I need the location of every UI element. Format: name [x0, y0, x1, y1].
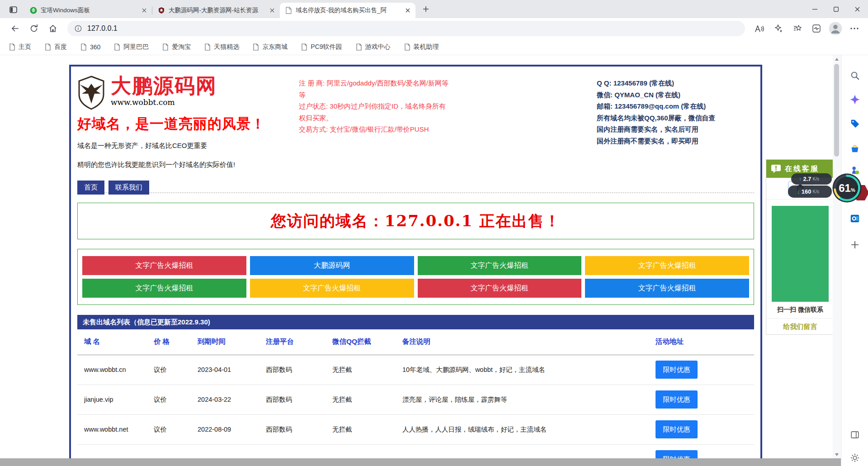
ad-slot-3[interactable]: 文字广告火爆招租: [418, 256, 582, 275]
upload-speed-pill[interactable]: ↑ 2.7 K/s: [791, 173, 832, 185]
vertical-scrollbar[interactable]: [833, 55, 840, 458]
browser-essentials-button[interactable]: [808, 21, 825, 36]
contact-note-2: 国内注册商需要实名，实名后可用: [597, 124, 754, 135]
download-speed-unit: K/s: [813, 189, 819, 194]
sidebar-panel-button[interactable]: [849, 429, 860, 440]
tab-actions-button[interactable]: [6, 3, 20, 16]
page-icon: [404, 43, 410, 51]
price-tag-icon: [850, 119, 860, 128]
scrollbar-thumb[interactable]: [834, 64, 839, 157]
contact-qq: Q Q: 123456789 (常在线): [597, 77, 754, 89]
percent-readout: 61 %: [832, 173, 862, 203]
ad-slot-2[interactable]: 大鹏源码网: [250, 256, 414, 275]
back-button[interactable]: [7, 21, 23, 36]
bookmark-item[interactable]: 主页: [9, 43, 31, 51]
read-aloud-button[interactable]: [751, 21, 768, 36]
limited-offer-button[interactable]: 限时优惠: [656, 420, 698, 438]
minimize-button[interactable]: [804, 0, 826, 18]
memory-usage-ring[interactable]: 61 %: [832, 173, 862, 203]
col-price: 价 格: [154, 329, 198, 355]
tab-baota-panel[interactable]: 宝塔Windows面板: [24, 3, 152, 18]
tab-domain-parking-active[interactable]: 域名停放页-我的域名购买出售_阿: [280, 3, 415, 18]
tab-bar: 宝塔Windows面板 大鹏源码网-大鹏资源网-站长资源 域名停放页-我的域名购…: [0, 0, 868, 18]
ad-slot-6[interactable]: 文字广告火爆招租: [250, 279, 414, 298]
site-info-icon[interactable]: [75, 25, 82, 32]
sidebar-outlook-button[interactable]: [849, 213, 860, 224]
sidebar-add-button[interactable]: [849, 239, 860, 250]
registrar-line: 注 册 商: 阿里云/godaddy/西部数码/爱名网/新网等等: [299, 77, 452, 100]
table-row: jianjue.vip 议价 2024-03-22 西部数码 无拦截 漂亮屋，评…: [77, 385, 754, 414]
bookmark-item[interactable]: 游戏中心: [356, 43, 391, 51]
bookmark-item[interactable]: 阿里巴巴: [114, 43, 149, 51]
contact-note-3: 国外注册商不需要实名，即买即用: [597, 135, 754, 147]
nav-home-button[interactable]: 首页: [77, 181, 104, 195]
sidebar-shopping-button[interactable]: [849, 143, 860, 154]
maximize-icon: [834, 7, 839, 12]
favorites-button[interactable]: [789, 21, 806, 36]
shopping-bag-icon: [850, 144, 860, 154]
transfer-line: 过户状态: 30秒内过户到你指定ID，域名终身所有权归买家。: [299, 100, 452, 124]
star-icon: [793, 24, 802, 33]
page-icon: [356, 43, 362, 51]
main-nav: 首页 联系我们: [77, 181, 290, 195]
ad-slot-1[interactable]: 文字广告火爆招租: [82, 256, 246, 275]
url-text[interactable]: 127.0.0.1: [87, 24, 118, 33]
ad-slot-4[interactable]: 文字广告火爆招租: [585, 256, 749, 275]
scroll-up-button[interactable]: [833, 55, 840, 63]
heart-pulse-icon: [812, 24, 821, 33]
tab-close-button[interactable]: [140, 6, 148, 14]
close-icon: [142, 8, 146, 13]
wechat-qr-placeholder: [772, 206, 829, 302]
bookmark-item[interactable]: 360: [80, 43, 100, 51]
tab-close-button[interactable]: [268, 6, 276, 14]
cell-price: 议价: [154, 385, 198, 414]
site-url: www.wobbt.com: [111, 98, 217, 107]
bookmark-item[interactable]: 爱淘宝: [162, 43, 191, 51]
bookmark-item[interactable]: 京东商城: [253, 43, 288, 51]
ad-slot-7[interactable]: 文字广告火爆招租: [418, 279, 582, 298]
table-row: www.wobbt.cn 议价 2023-04-01 西部数码 无拦截 10年老…: [77, 355, 754, 385]
percent-value: 61: [839, 182, 851, 195]
profile-button[interactable]: [827, 21, 844, 36]
sidebar-copilot-button[interactable]: [849, 94, 860, 105]
home-button[interactable]: [45, 21, 61, 36]
bookmark-item[interactable]: 装机助理: [404, 43, 439, 51]
refresh-button[interactable]: [26, 21, 42, 36]
tab-close-button[interactable]: [404, 6, 412, 14]
translate-button[interactable]: [770, 21, 787, 36]
cell-note: 10年老域、大鹏源码网、wobbt，好记，主流域名: [402, 355, 656, 385]
address-bar[interactable]: 127.0.0.1: [67, 21, 745, 36]
sidebar-search-button[interactable]: [849, 70, 860, 81]
bookmark-item[interactable]: 百度: [45, 43, 67, 51]
table-row: www.wobbt.net 议价 2022-08-09 西部数码 无拦截 人人热…: [77, 414, 754, 444]
nav-contact-button[interactable]: 联系我们: [108, 181, 149, 195]
table-header-row: 域 名 价 格 到期时间 注册平台 微信QQ拦截 备注说明 活动地址: [77, 329, 754, 355]
ad-slot-8[interactable]: 文字广告火爆招租: [585, 279, 749, 298]
read-aloud-icon: [755, 24, 764, 33]
bookmark-item[interactable]: PC9软件园: [301, 43, 342, 51]
scroll-down-button[interactable]: [833, 451, 840, 458]
bookmarks-bar: 主页 百度 360 阿里巴巴 爱淘宝 天猫精选 京东商城 PC9软件园 游戏中心…: [0, 39, 868, 55]
sidebar-settings-button[interactable]: [849, 452, 860, 463]
new-tab-button[interactable]: [419, 2, 433, 16]
bookmark-label: 天猫精选: [214, 43, 239, 51]
close-window-button[interactable]: [847, 0, 868, 18]
page-icon: [301, 43, 307, 51]
leave-message-link[interactable]: 给我们留言: [766, 318, 834, 334]
col-note: 备注说明: [402, 329, 656, 355]
tab-dapeng-source[interactable]: 大鹏源码网-大鹏资源网-站长资源: [152, 3, 280, 18]
banner-text: 您访问的域名：127.0.0.1 正在出售！: [271, 211, 561, 232]
domain-list-section: 未售出域名列表（信息已更新至2022.9.30) 域 名 价 格 到期时间 注册…: [77, 315, 754, 466]
domain-for-sale-banner: 您访问的域名：127.0.0.1 正在出售！: [77, 203, 754, 239]
settings-more-button[interactable]: [846, 21, 863, 36]
limited-offer-button[interactable]: 限时优惠: [656, 361, 698, 379]
limited-offer-button[interactable]: 限时优惠: [656, 390, 698, 409]
download-speed-value: 160: [802, 188, 811, 195]
download-speed-pill[interactable]: ↓ 160 K/s: [788, 185, 832, 198]
close-icon: [855, 7, 860, 12]
sidebar-tag-button[interactable]: [849, 118, 860, 129]
ad-slot-5[interactable]: 文字广告火爆招租: [82, 279, 246, 298]
bookmark-item[interactable]: 天猫精选: [204, 43, 239, 51]
registrar-info-block: 注 册 商: 阿里云/godaddy/西部数码/爱名网/新网等等 过户状态: 3…: [299, 76, 452, 192]
maximize-button[interactable]: [826, 0, 847, 18]
